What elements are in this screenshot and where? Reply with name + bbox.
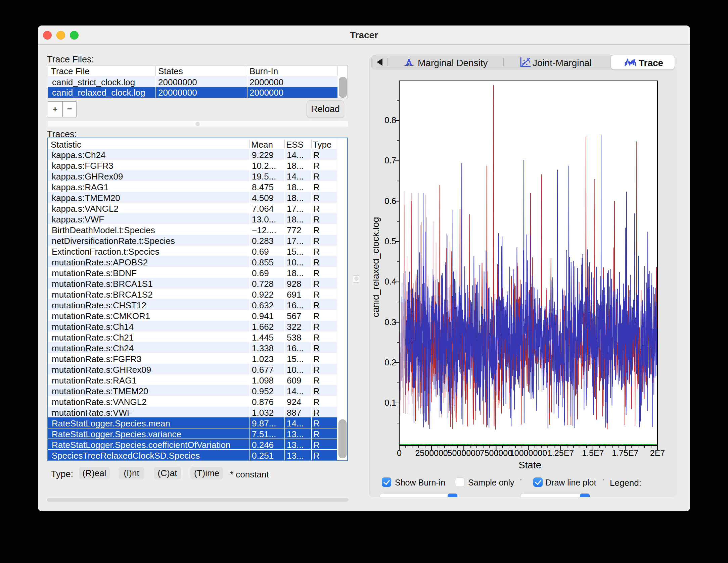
svg-text:0.2: 0.2: [384, 358, 396, 367]
svg-text:0.5: 0.5: [384, 237, 396, 246]
svg-text:1.5E7: 1.5E7: [582, 448, 604, 458]
svg-text:0.3: 0.3: [384, 317, 396, 327]
svg-text:0.7: 0.7: [384, 156, 396, 165]
svg-text:0.4: 0.4: [384, 277, 396, 286]
svg-text:10000000: 10000000: [510, 448, 547, 458]
svg-text:0.8: 0.8: [384, 115, 396, 125]
svg-text:1: 1: [408, 61, 410, 66]
svg-text:canid_relaxed_clock.log: canid_relaxed_clock.log: [373, 217, 381, 317]
svg-text:1.25E7: 1.25E7: [547, 448, 574, 458]
svg-text:5000000: 5000000: [448, 448, 480, 458]
svg-text:7500000: 7500000: [480, 448, 512, 458]
svg-text:0.6: 0.6: [384, 196, 396, 206]
svg-text:2500000: 2500000: [415, 448, 448, 458]
svg-text:2E7: 2E7: [650, 448, 665, 458]
svg-text:0.1: 0.1: [384, 398, 396, 407]
svg-text:State: State: [518, 460, 541, 470]
svg-text:0: 0: [397, 448, 402, 458]
svg-text:1.75E7: 1.75E7: [612, 448, 638, 458]
